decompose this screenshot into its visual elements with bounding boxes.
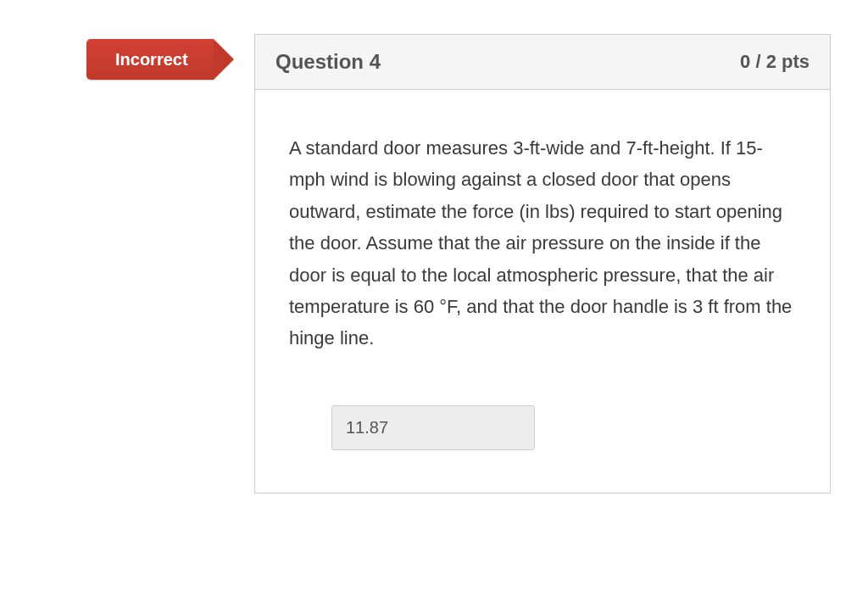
question-card: Question 4 0 / 2 pts A standard door mea… [254,34,831,493]
question-points: 0 / 2 pts [740,51,810,73]
status-badge: Incorrect [86,39,214,80]
question-title: Question 4 [275,50,381,74]
status-label: Incorrect [115,50,188,70]
question-text: A standard door measures 3-ft-wide and 7… [289,132,796,354]
question-body: A standard door measures 3-ft-wide and 7… [255,90,830,493]
submitted-answer: 11.87 [331,405,535,450]
question-header: Question 4 0 / 2 pts [255,35,830,90]
